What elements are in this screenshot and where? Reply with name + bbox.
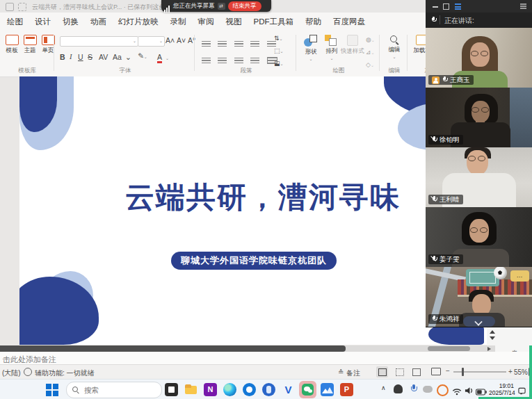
search-input[interactable] — [83, 385, 148, 395]
hscroll-thumb-2[interactable] — [428, 346, 470, 351]
edge-icon[interactable] — [223, 383, 236, 396]
minimize-icon[interactable] — [433, 6, 438, 8]
task-view-button[interactable] — [165, 383, 178, 396]
battery-icon[interactable] — [476, 386, 487, 393]
tab-transitions[interactable]: 切换 — [63, 17, 79, 27]
char-spacing-button[interactable]: AV — [99, 53, 108, 61]
italic-button[interactable]: I — [70, 53, 72, 60]
zoom-slider-handle[interactable] — [462, 368, 464, 376]
orange-s-app-icon[interactable] — [437, 384, 449, 396]
previous-slide-button[interactable] — [490, 330, 495, 334]
tab-help[interactable]: 帮助 — [305, 17, 321, 27]
slide-subtitle-badge[interactable]: 聊城大学外国语学院味链京杭团队 — [171, 252, 337, 270]
docs-app-icon[interactable] — [321, 383, 334, 396]
hidden-icons-chevron[interactable]: ∧ — [381, 384, 386, 391]
reading-view-button[interactable] — [410, 366, 422, 377]
bullets-icon[interactable] — [202, 41, 211, 47]
list-view-blue-icon[interactable] — [455, 3, 461, 11]
shape-fill-icon[interactable]: ◍⌄ — [366, 36, 375, 43]
taskbar-search[interactable] — [66, 382, 162, 398]
participant-video-tile[interactable]: 姜子雯 — [426, 207, 532, 268]
app-icon[interactable] — [6, 3, 14, 11]
font-size-select[interactable]: ⌄ — [138, 36, 165, 47]
onenote-icon[interactable]: N — [204, 383, 217, 396]
slide-title[interactable]: 云端共研，漕河寻味 — [68, 178, 458, 217]
quick-access-icon[interactable] — [18, 3, 26, 11]
tab-slideshow[interactable]: 幻灯片放映 — [118, 17, 159, 27]
notes-toggle-icon[interactable]: ≙ — [338, 368, 344, 376]
accessibility-status[interactable]: 辅助功能: 一切就绪 — [35, 368, 95, 378]
tab-draw[interactable]: 绘图 — [7, 17, 23, 27]
align-left-icon[interactable] — [202, 58, 211, 64]
tab-pdf-tools[interactable]: PDF工具箱 — [254, 17, 294, 27]
file-explorer-icon[interactable] — [184, 383, 198, 396]
language-indicator[interactable]: (大陆) — [2, 368, 21, 378]
tab-animations[interactable]: 动画 — [90, 17, 106, 27]
next-slide-button[interactable] — [490, 336, 495, 340]
smartart-icon[interactable]: ⬓⌄ — [274, 60, 284, 67]
indent-decrease-icon[interactable] — [234, 41, 243, 47]
horizontal-scrollbar[interactable] — [0, 345, 495, 352]
single-page-button[interactable]: 单页 — [39, 35, 57, 55]
slide-canvas[interactable]: 云端共研，漕河寻味 聊城大学外国语学院味链京杭团队 — [19, 76, 487, 345]
clock[interactable]: 19:01 2025/7/14 — [489, 383, 514, 396]
restore-window-icon[interactable] — [443, 3, 449, 10]
switch-window-icon[interactable]: ⇄ — [218, 3, 225, 10]
tab-view[interactable]: 视图 — [226, 17, 242, 27]
font-color-button[interactable]: A — [157, 53, 162, 63]
quick-styles-button[interactable]: 快速样式 — [341, 35, 364, 56]
notes-toggle[interactable]: 备注 — [346, 368, 360, 378]
font-name-select[interactable]: ⌄ — [60, 36, 138, 47]
meeting-overlay-icon[interactable] — [394, 384, 403, 393]
edit-button[interactable]: 编辑⌄ — [385, 35, 403, 59]
voov-meeting-icon[interactable]: V — [282, 383, 295, 396]
zoom-in-button[interactable]: + — [508, 368, 513, 375]
notes-pane[interactable]: 击此处添加备注 — [0, 352, 532, 364]
template-button[interactable]: 模板 — [3, 35, 21, 55]
grow-font-button[interactable]: A˄ — [166, 36, 175, 44]
change-case-button[interactable]: Aa — [113, 53, 122, 61]
gamebar-icon[interactable] — [423, 386, 433, 393]
normal-view-button[interactable] — [376, 366, 388, 377]
start-button[interactable] — [46, 383, 59, 397]
slide-sorter-button[interactable] — [394, 366, 405, 377]
notification-icon[interactable] — [518, 385, 526, 393]
tab-baidu-netdisk[interactable]: 百度网盘 — [333, 17, 365, 27]
blue-app-icon-2[interactable] — [262, 383, 275, 396]
text-direction-icon[interactable]: ⇅⌄ — [274, 35, 283, 42]
mic-tray-icon[interactable] — [409, 384, 418, 393]
line-spacing-icon[interactable] — [267, 41, 276, 47]
align-right-icon[interactable] — [234, 58, 243, 64]
collapse-panel-button[interactable] — [463, 316, 495, 327]
arrange-button[interactable]: 排列⌄ — [323, 35, 341, 60]
blue-app-icon-1[interactable] — [243, 383, 256, 396]
powerpoint-icon[interactable]: P — [340, 383, 353, 396]
theme-button[interactable]: 主题 — [21, 35, 39, 55]
align-text-icon[interactable]: ⬚⌄ — [274, 47, 284, 54]
participant-video-tile[interactable]: 王利晴 — [426, 147, 532, 208]
strikethrough-button[interactable]: S — [88, 53, 92, 61]
zoom-level[interactable]: 55% — [514, 368, 528, 376]
highlight-pen-icon[interactable]: ✎⌄ — [138, 51, 147, 60]
stop-share-button[interactable]: 结束共享 — [228, 1, 261, 11]
tab-review[interactable]: 审阅 — [198, 17, 214, 27]
font-color-caret[interactable]: ⌄ — [166, 53, 169, 61]
slideshow-button[interactable] — [431, 368, 441, 375]
zoom-out-button[interactable]: − — [446, 367, 450, 375]
wifi-icon[interactable] — [452, 386, 462, 393]
tab-record[interactable]: 录制 — [170, 17, 186, 27]
more-options-button[interactable]: … — [510, 270, 529, 282]
wechat-icon-highlight[interactable] — [299, 381, 316, 398]
justify-icon[interactable] — [250, 58, 259, 64]
panel-menu-icon[interactable] — [520, 3, 526, 10]
participant-video-tile[interactable]: 王商玉 — [426, 28, 532, 88]
shrink-font-button[interactable]: A˅ — [177, 36, 186, 44]
bold-button[interactable]: B — [60, 53, 65, 61]
case-caret[interactable]: ⌄ — [125, 53, 131, 61]
tab-design[interactable]: 设计 — [35, 17, 51, 27]
numbering-icon[interactable] — [218, 41, 227, 47]
volume-icon[interactable] — [465, 385, 474, 393]
participant-video-tile[interactable]: 徐铂明 — [426, 88, 532, 148]
shape-outline-icon[interactable]: ⊿⌄ — [366, 49, 375, 56]
shapes-button[interactable]: 形状⌄ — [302, 35, 320, 61]
